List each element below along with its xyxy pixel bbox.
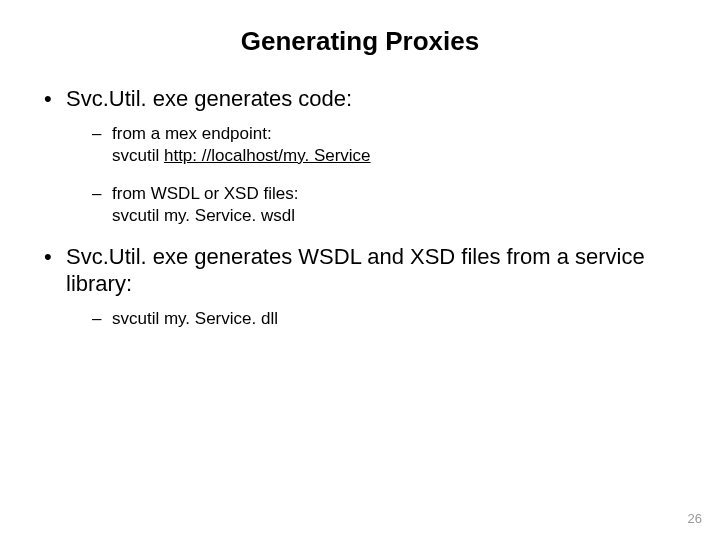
- sub-bullet-item: svcutil my. Service. dll: [66, 308, 680, 330]
- sub-bullet-line: from WSDL or XSD files:: [112, 184, 298, 203]
- sub-bullet-line: from a mex endpoint:: [112, 124, 272, 143]
- bullet-item: Svc.Util. exe generates WSDL and XSD fil…: [40, 243, 680, 330]
- bullet-text: Svc.Util. exe generates code:: [66, 86, 352, 111]
- page-number: 26: [688, 511, 702, 526]
- sub-bullet-prefix: svcutil: [112, 146, 164, 165]
- sub-bullet-line: svcutil my. Service. wsdl: [112, 206, 295, 225]
- bullet-list: Svc.Util. exe generates code: from a mex…: [40, 85, 680, 330]
- sub-bullet-item: from WSDL or XSD files: svcutil my. Serv…: [66, 183, 680, 227]
- bullet-text: Svc.Util. exe generates WSDL and XSD fil…: [66, 244, 645, 297]
- sub-bullet-item: from a mex endpoint: svcutil http: //loc…: [66, 123, 680, 167]
- slide: Generating Proxies Svc.Util. exe generat…: [0, 0, 720, 540]
- sub-bullet-line: svcutil my. Service. dll: [112, 309, 278, 328]
- sub-bullet-list: svcutil my. Service. dll: [66, 308, 680, 330]
- sub-bullet-list: from a mex endpoint: svcutil http: //loc…: [66, 123, 680, 227]
- slide-title: Generating Proxies: [40, 26, 680, 57]
- bullet-item: Svc.Util. exe generates code: from a mex…: [40, 85, 680, 227]
- sub-bullet-link: http: //localhost/my. Service: [164, 146, 371, 165]
